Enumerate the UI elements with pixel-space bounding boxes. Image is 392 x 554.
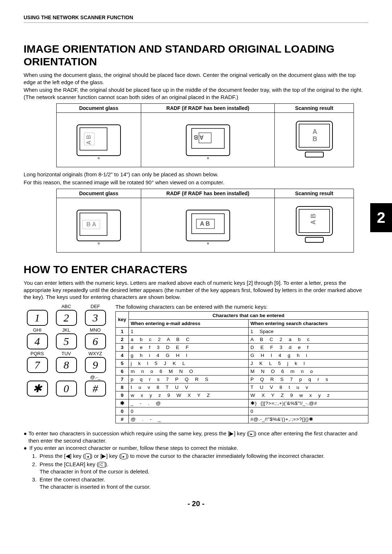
long-note-1: Long horizontal originals (from 8-1/2" t… [24, 171, 368, 178]
col-result-2: Scanning result [275, 189, 354, 198]
cell-email: a b c 2 A B C [129, 335, 249, 343]
s2c: The character in front of the cursor is … [40, 468, 150, 475]
svg-text:A B: A B [86, 135, 92, 145]
table-row: 3d e f 3 D E FD E F 3 d e f [116, 343, 368, 351]
monitor-icon: A B [291, 118, 338, 161]
hdr-key: key [116, 311, 129, 327]
key-button-3: 3 [85, 310, 106, 326]
s1e: ) to move the cursor to the character im… [127, 453, 324, 459]
cell-key: 4 [116, 351, 129, 359]
step-3: Enter the correct character. The charact… [38, 476, 368, 491]
key-button-2: 2 [56, 310, 77, 326]
long-note-2: For this reason, the scanned image will … [24, 179, 368, 186]
s1b: ] key ( [70, 453, 85, 459]
key-button-8: 8 [56, 357, 77, 373]
table-row: 7p q r s 7 P Q R SP Q R S 7 p q r s [116, 375, 368, 383]
cell-email: p q r s 7 P Q R S [129, 375, 249, 383]
clear-key-icon: C [99, 462, 105, 468]
doc-glass-icon-2: B A [73, 203, 124, 246]
cell-key: 9 [116, 391, 129, 399]
cell-email: d e f 3 D E F [129, 343, 249, 351]
svg-text:B A: B A [86, 221, 96, 227]
intro-para-2: When using the RADF, the original should… [24, 86, 368, 100]
doc-glass-icon: A B [73, 118, 124, 161]
svg-text:A B: A B [194, 134, 204, 140]
hdr-email: When entering e-mail address [129, 319, 249, 327]
section-header: USING THE NETWORK SCANNER FUNCTION [24, 15, 368, 23]
step-2: Press the [CLEAR] key (C). The character… [38, 461, 368, 476]
svg-point-24 [207, 243, 209, 244]
step-1: Press the [◀] key (◂) or [▶] key (▸) to … [38, 452, 368, 460]
key-label: GHI [25, 327, 50, 333]
table-row: ✱_ - . @✱} {][?>=;:,+)('&%$"!/_-.@# [116, 399, 368, 407]
s1a: Press the [ [40, 453, 66, 459]
cell-search: #@.-_/!"$%&'()+,:;=>?[]{}✱ [249, 415, 368, 423]
diagram-doc-glass-2: B A [57, 198, 141, 253]
cell-search: A B C 2 a b c [249, 335, 368, 343]
cell-search: G H I 4 g h i [249, 351, 368, 359]
page-title: IMAGE ORIENTATION AND STANDARD ORIGINAL … [24, 43, 368, 68]
diagram-radf-2: A B [141, 198, 275, 253]
radf-icon-2: A B [183, 203, 233, 246]
cell-search: P Q R S 7 p q r s [249, 375, 368, 383]
key-block-1: 1 [25, 304, 50, 327]
key-block-0: 0 [54, 374, 79, 398]
col-doc-glass: Document glass [57, 104, 141, 113]
key-label: DEF [83, 304, 108, 309]
s2a: Press the [CLEAR] key ( [40, 461, 99, 467]
howto-para: You can enter letters with the numeric k… [24, 279, 368, 301]
right-key-icon-2: ▸ [121, 454, 127, 459]
cell-search: 0 [249, 407, 368, 415]
svg-text:B: B [313, 135, 317, 143]
cell-key: 5 [116, 359, 129, 367]
svg-rect-28 [305, 237, 323, 242]
monitor-icon-2: A B [291, 203, 338, 246]
col-radf-2: RADF (if RADF has been installed) [141, 189, 275, 198]
key-label: JKL [54, 327, 79, 333]
table-row: 111 Space [116, 327, 368, 335]
cell-email: w x y z 9 W X Y Z [129, 391, 249, 399]
cell-key: 6 [116, 367, 129, 375]
cell-search: 1 Space [249, 327, 368, 335]
cell-key: 3 [116, 343, 129, 351]
key-button-0: 0 [56, 381, 77, 397]
svg-point-4 [98, 157, 99, 159]
key-label [25, 304, 50, 309]
key-label: WXYZ [83, 351, 108, 357]
key-button-6: 6 [85, 333, 106, 349]
orientation-table-1: Document glass RADF (if RADF has been in… [56, 103, 354, 167]
table-row: 4g h i 4 G H IG H I 4 g h i [116, 351, 368, 359]
radf-icon: A B [183, 118, 233, 161]
table-row: 2a b c 2 A B CA B C 2 a b c [116, 335, 368, 343]
key-button-1: 1 [27, 310, 48, 326]
key-block-✱: ✱ [25, 374, 50, 398]
key-block-#: @.-_# [83, 374, 108, 398]
note1-b: ] key ( [234, 430, 249, 436]
s3a: Enter the correct character. [40, 476, 105, 483]
key-block-7: PQRS7 [25, 351, 50, 374]
table-row: 6m n o 6 M N OM N O 6 m n o [116, 367, 368, 375]
cell-search: J K L 5 j k l [249, 359, 368, 367]
s2b: ). [105, 461, 109, 467]
key-block-8: TUV8 [54, 351, 79, 374]
subsection-title: HOW TO ENTER CHARACTERS [24, 263, 368, 276]
s1c: ) or [ [91, 453, 102, 459]
cell-key: 2 [116, 335, 129, 343]
note2: If you enter an incorrect character or n… [29, 444, 238, 452]
key-label: ABC [54, 304, 79, 309]
char-caption: The following characters can be entered … [115, 304, 368, 311]
cell-search: D E F 3 d e f [249, 343, 368, 351]
intro-para-1: When using the document glass, the origi… [24, 71, 368, 86]
svg-rect-14 [305, 152, 323, 157]
key-block-5: JKL5 [54, 327, 79, 351]
svg-rect-15 [77, 210, 121, 241]
cell-key: 0 [116, 407, 129, 415]
table-row: 8t u v 8 T U VT U V 8 t u v [116, 383, 368, 391]
key-button-✱: ✱ [27, 381, 48, 397]
cell-search: W X Y Z 9 w x y z [249, 391, 368, 399]
key-label [25, 374, 50, 380]
orientation-table-2: Document glass RADF (if RADF has been in… [56, 189, 354, 253]
chapter-tab: 2 [370, 203, 392, 232]
numeric-keypad: 1ABC2DEF3GHI4JKL5MNO6PQRS7TUV8WXYZ9✱0@.-… [24, 304, 109, 398]
svg-rect-5 [186, 125, 230, 156]
